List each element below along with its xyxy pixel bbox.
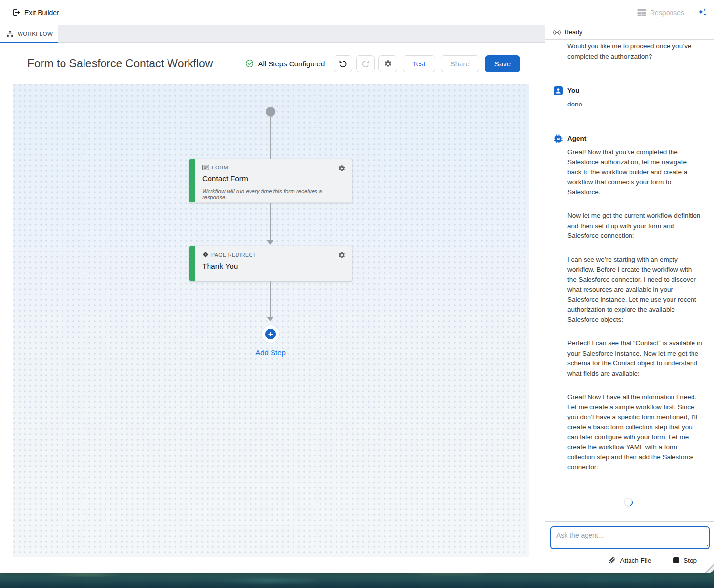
responses-label: Responses (650, 9, 684, 17)
page-redirect-icon (202, 252, 209, 258)
save-button[interactable]: Save (485, 55, 520, 72)
topbar: Exit Builder Responses (0, 0, 714, 25)
agent-paragraph: I can see we’re starting with an empty w… (567, 255, 702, 325)
exit-builder-button[interactable]: Exit Builder (12, 8, 59, 17)
workflow-canvas[interactable]: FORM Contact Form Workflow will run ever… (13, 84, 529, 557)
connector-arrow (267, 240, 273, 245)
share-button[interactable]: Share (441, 55, 479, 72)
agent-ai-avatar: AI (554, 134, 563, 143)
stop-button[interactable]: Stop (673, 557, 697, 564)
user-message-text: done (567, 100, 702, 110)
step-card-content: PAGE REDIRECT Thank You (195, 246, 352, 281)
user-name: You (567, 86, 580, 96)
exit-builder-label: Exit Builder (24, 9, 59, 17)
page-title: Form to Salesforce Contact Workflow (27, 57, 213, 70)
chat-status-header: Ready (545, 25, 714, 40)
form-icon (202, 165, 209, 170)
agent-name: Agent (567, 134, 586, 144)
connector-line (270, 203, 271, 241)
stop-label: Stop (683, 557, 697, 564)
ask-agent-input[interactable] (550, 526, 710, 549)
user-message-body: done (567, 100, 702, 110)
agent-paragraph: Now let me get the current workflow defi… (567, 211, 702, 241)
ready-signal-icon (553, 29, 561, 35)
agent-message-body: Great! Now that you’ve completed the Sal… (567, 147, 702, 473)
step-card-form[interactable]: FORM Contact Form Workflow will run ever… (189, 159, 352, 203)
workflow-sitemap-icon (6, 30, 14, 37)
step-note: Workflow will run every time this form r… (202, 189, 345, 200)
user-message-group: You done (554, 86, 702, 109)
agent-paragraph: Great! Now that you’ve completed the Sal… (567, 147, 702, 198)
step-status-bar (189, 159, 195, 202)
undo-button[interactable] (334, 55, 352, 72)
topbar-right: Responses (637, 7, 707, 18)
step-type-label: PAGE REDIRECT (211, 252, 256, 258)
step-title: Contact Form (202, 174, 345, 183)
plus-icon (265, 329, 276, 339)
title-row: Form to Salesforce Contact Workflow All … (0, 43, 545, 84)
connector-line (270, 112, 271, 159)
tab-workflow-label: WORKFLOW (18, 31, 53, 37)
tab-bar: WORKFLOW (0, 25, 545, 43)
paperclip-icon (609, 556, 616, 564)
check-circle-icon (245, 59, 254, 68)
builder-body: Form to Salesforce Contact Workflow All … (0, 43, 545, 573)
attach-file-label: Attach File (620, 557, 651, 564)
workflow-settings-button[interactable] (378, 55, 397, 72)
window-resize-grip[interactable] (704, 563, 714, 573)
add-step-label[interactable]: Add Step (222, 348, 319, 357)
exit-icon (12, 8, 20, 17)
step-card-page-redirect[interactable]: PAGE REDIRECT Thank You (189, 246, 352, 281)
topbar-left: Exit Builder (12, 8, 59, 17)
ai-sparkle-button[interactable] (697, 7, 707, 18)
step-type-row: PAGE REDIRECT (202, 252, 345, 258)
redo-button[interactable] (356, 55, 375, 72)
clipped-agent-message: Would you like me to proceed once you’ve… (567, 42, 702, 62)
app-window: Exit Builder Responses (0, 0, 714, 573)
attach-file-button[interactable]: Attach File (609, 556, 651, 564)
sparkle-icon (697, 7, 707, 18)
connector-arrow (267, 317, 273, 321)
add-step-button[interactable] (262, 325, 279, 343)
step-card-content: FORM Contact Form Workflow will run ever… (195, 159, 352, 202)
step-status-bar (189, 246, 195, 281)
stop-icon (673, 557, 679, 563)
connector-line (270, 281, 271, 318)
step-type-label: FORM (212, 165, 228, 170)
responses-button[interactable]: Responses (637, 9, 684, 17)
step-title: Thank You (202, 262, 345, 271)
tab-workflow[interactable]: WORKFLOW (0, 25, 58, 43)
svg-text:AI: AI (557, 137, 560, 141)
toolbar: All Steps Configured (245, 55, 521, 72)
composer-actions: Attach File Stop (550, 549, 710, 573)
agent-paragraph: Perfect! I can see that “Contact” is ava… (567, 338, 702, 378)
responses-table-icon (637, 9, 646, 16)
step-settings-gear-icon[interactable] (338, 252, 346, 261)
agent-paragraph: Great! Now I have all the information I … (567, 392, 702, 472)
user-avatar (554, 86, 563, 95)
chat-status-label: Ready (565, 29, 582, 36)
test-button[interactable]: Test (403, 55, 435, 72)
loading-spinner (622, 496, 634, 509)
workflow-builder: WORKFLOW Form to Salesforce Contact Work… (0, 25, 545, 573)
chat-messages[interactable]: Would you like me to proceed once you’ve… (545, 40, 714, 521)
agent-chat-panel: Ready Would you like me to proceed once … (545, 25, 714, 573)
step-settings-gear-icon[interactable] (338, 165, 346, 174)
main-area: WORKFLOW Form to Salesforce Contact Work… (0, 25, 714, 573)
agent-message-group: AI Agent Great! Now that you’ve complete… (554, 134, 702, 472)
agent-message-header: AI Agent (554, 134, 702, 144)
steps-status-label: All Steps Configured (258, 60, 325, 68)
step-type-row: FORM (202, 165, 345, 170)
user-message-header: You (554, 86, 702, 96)
chat-composer: Attach File Stop (545, 521, 714, 573)
steps-status: All Steps Configured (245, 59, 325, 68)
